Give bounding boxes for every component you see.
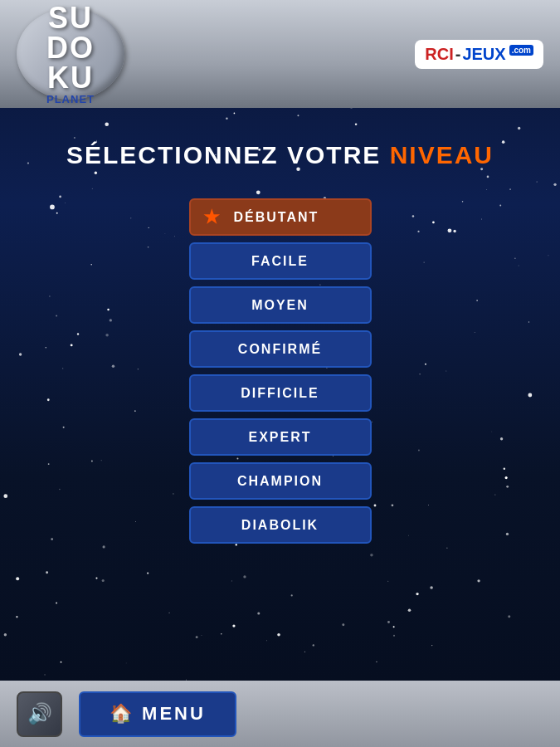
level-label-facile: FACILE [251, 254, 309, 269]
title-section: SÉLECTIONNEZ VOTRE NIVEAU [66, 141, 494, 169]
level-btn-difficile[interactable]: DIFFICILE [189, 374, 372, 412]
logo-planet: PLANET [46, 93, 95, 105]
level-btn-champion[interactable]: CHAMPION [189, 462, 372, 500]
select-level-title: SÉLECTIONNEZ VOTRE NIVEAU [66, 141, 494, 168]
level-btn-confirme[interactable]: CONFIRMÉ [189, 330, 372, 368]
top-bar: SU DO KU PLANET RCI - JEUX .com [0, 0, 560, 108]
sound-icon: 🔊 [27, 702, 52, 725]
menu-label: MENU [142, 703, 206, 725]
level-buttons-container: ★ DÉBUTANT FACILE MOYEN CONFIRMÉ DIFFICI… [0, 198, 560, 544]
rci-jeux-logo: RCI - JEUX .com [415, 40, 543, 69]
level-btn-diabolik[interactable]: DIABOLIK [189, 506, 372, 544]
sound-button[interactable]: 🔊 [17, 691, 62, 737]
level-label-moyen: MOYEN [251, 298, 309, 313]
logo-ku: KU [47, 63, 94, 93]
menu-button[interactable]: 🏠 MENU [79, 691, 236, 737]
com-text: .com [509, 45, 533, 56]
title-part1: SÉLECTIONNEZ VOTRE [66, 141, 390, 168]
level-btn-debutant[interactable]: ★ DÉBUTANT [189, 198, 372, 236]
level-label-confirme: CONFIRMÉ [238, 342, 322, 357]
level-label-expert: EXPERT [248, 430, 311, 445]
logo-su: SU [48, 3, 93, 33]
level-label-difficile: DIFFICILE [241, 386, 319, 401]
rci-dash: - [455, 45, 461, 64]
main-content: SÉLECTIONNEZ VOTRE NIVEAU ★ DÉBUTANT FAC… [0, 108, 560, 544]
bottom-bar: 🔊 🏠 MENU [0, 681, 560, 747]
level-btn-facile[interactable]: FACILE [189, 242, 372, 280]
home-icon: 🏠 [110, 703, 132, 725]
logo-do: DO [46, 33, 95, 63]
level-label-champion: CHAMPION [237, 474, 323, 489]
title-highlight: NIVEAU [390, 141, 494, 168]
level-btn-expert[interactable]: EXPERT [189, 418, 372, 456]
star-icon: ★ [203, 207, 222, 228]
level-label-diabolik: DIABOLIK [241, 518, 319, 533]
level-label-debutant: DÉBUTANT [234, 210, 319, 225]
level-btn-moyen[interactable]: MOYEN [189, 286, 372, 324]
sudoku-planet-logo: SU DO KU PLANET [17, 8, 124, 100]
rci-text: RCI [425, 45, 453, 64]
jeux-text: JEUX [462, 45, 505, 64]
